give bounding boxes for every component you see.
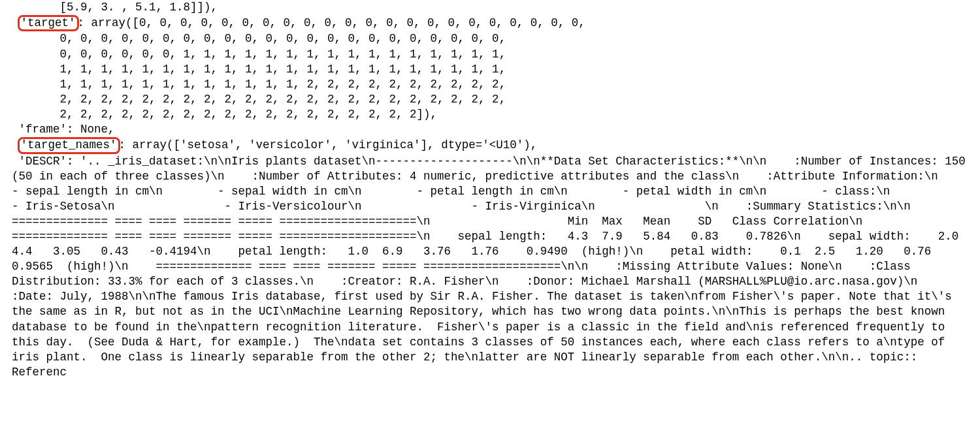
highlight-target-names: 'target_names': [18, 137, 120, 153]
line-3: 0, 0, 0, 0, 0, 0, 1, 1, 1, 1, 1, 1, 1, 1…: [12, 48, 506, 61]
line-6: 2, 2, 2, 2, 2, 2, 2, 2, 2, 2, 2, 2, 2, 2…: [12, 93, 506, 106]
line-7: 2, 2, 2, 2, 2, 2, 2, 2, 2, 2, 2, 2, 2, 2…: [12, 108, 437, 121]
line-descr: 'DESCR': '.. _iris_dataset:\n\nIris plan…: [12, 155, 980, 379]
line-2: 0, 0, 0, 0, 0, 0, 0, 0, 0, 0, 0, 0, 0, 0…: [12, 32, 506, 45]
line-8: 'frame': None,: [12, 123, 115, 136]
line-0: [5.9, 3. , 5.1, 1.8]]),: [12, 1, 218, 14]
line-1-rest: : array([0, 0, 0, 0, 0, 0, 0, 0, 0, 0, 0…: [78, 16, 585, 29]
highlight-target: 'target': [18, 15, 79, 31]
line-9-rest: : array(['setosa', 'versicolor', 'virgin…: [119, 138, 538, 151]
line-4: 1, 1, 1, 1, 1, 1, 1, 1, 1, 1, 1, 1, 1, 1…: [12, 63, 506, 76]
code-output: [5.9, 3. , 5.1, 1.8]]), 'target': array(…: [0, 0, 980, 380]
line-5: 1, 1, 1, 1, 1, 1, 1, 1, 1, 1, 1, 1, 2, 2…: [12, 78, 506, 91]
